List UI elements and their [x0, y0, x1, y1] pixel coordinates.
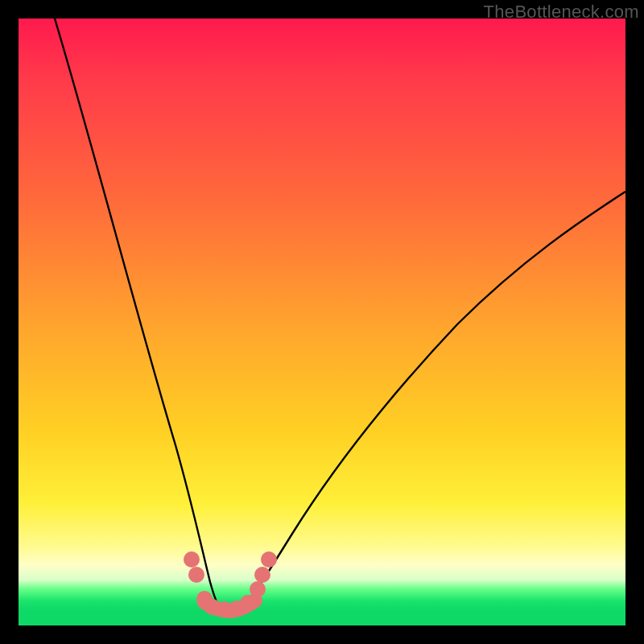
chart-plot-area — [19, 19, 625, 625]
highlight-dot — [188, 567, 204, 583]
curve-left-branch — [55, 19, 220, 608]
highlight-dot — [261, 551, 277, 568]
highlight-dot — [240, 595, 256, 611]
highlight-dot — [254, 567, 270, 583]
highlight-dot — [250, 581, 266, 597]
curve-right-branch — [242, 192, 625, 608]
watermark-text: TheBottleneck.com — [484, 2, 639, 23]
highlight-dots-group — [184, 551, 277, 617]
chart-svg — [19, 19, 625, 625]
chart-frame: TheBottleneck.com — [0, 0, 644, 644]
highlight-dot — [184, 551, 200, 568]
